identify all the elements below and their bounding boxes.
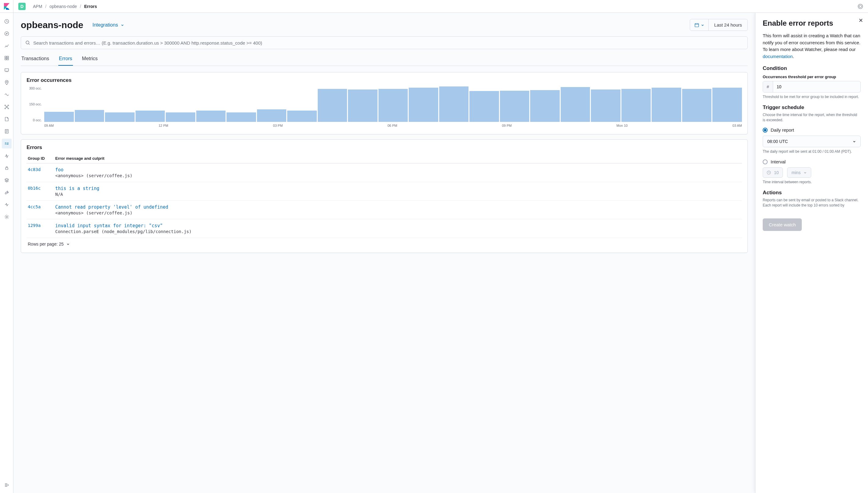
- trigger-heading: Trigger schedule: [763, 105, 861, 111]
- hash-prefix: #: [763, 81, 773, 92]
- documentation-link[interactable]: documentation: [763, 54, 793, 59]
- breadcrumb-app[interactable]: APM: [33, 4, 42, 9]
- chart-bar: [530, 90, 560, 122]
- svg-point-11: [5, 108, 5, 109]
- recent-icon[interactable]: [2, 17, 12, 26]
- error-message[interactable]: this is a string: [55, 186, 741, 191]
- table-row[interactable]: 1299ainvalid input syntax for integer: "…: [26, 219, 742, 238]
- discover-icon[interactable]: [2, 29, 12, 39]
- error-culprit: N/A: [55, 192, 741, 197]
- date-range-picker[interactable]: Last 24 hours: [690, 19, 748, 31]
- dashboard-icon[interactable]: [2, 53, 12, 63]
- help-icon[interactable]: [858, 4, 863, 9]
- occurrences-panel: Error occurrences 300 occ. 150 occ. 0 oc…: [21, 72, 748, 134]
- col-error-msg[interactable]: Error message and culprit: [55, 156, 741, 161]
- chart-bar: [621, 89, 651, 122]
- chart-bar: [409, 88, 438, 122]
- error-message[interactable]: invalid input syntax for integer: "csv": [55, 223, 741, 229]
- svg-rect-14: [5, 168, 8, 170]
- chart-bar: [166, 112, 195, 122]
- logs-icon[interactable]: [2, 114, 12, 124]
- chart-bar: [226, 112, 256, 122]
- uptime-icon[interactable]: [2, 151, 12, 161]
- group-id[interactable]: 4cc5a: [28, 205, 55, 209]
- search-input[interactable]: [33, 40, 743, 45]
- stack-icon[interactable]: [2, 175, 12, 185]
- ml-icon[interactable]: [2, 90, 12, 100]
- group-id[interactable]: 4c83d: [28, 167, 55, 172]
- rows-per-page[interactable]: Rows per page: 25: [26, 238, 742, 248]
- svg-rect-2: [5, 56, 6, 58]
- group-id[interactable]: 0b16c: [28, 186, 55, 191]
- date-range-label[interactable]: Last 24 hours: [709, 19, 748, 30]
- breadcrumb-service[interactable]: opbeans-node: [49, 4, 77, 9]
- group-id[interactable]: 1299a: [28, 223, 55, 228]
- canvas-icon[interactable]: [2, 65, 12, 75]
- chart-bar: [318, 89, 347, 122]
- error-culprit: <anonymous> (server/coffee.js): [55, 173, 741, 178]
- integrations-dropdown[interactable]: Integrations: [92, 22, 124, 28]
- threshold-input[interactable]: [773, 81, 860, 92]
- infrastructure-icon[interactable]: [2, 102, 12, 112]
- breadcrumb-page: Errors: [84, 4, 97, 9]
- space-selector[interactable]: D: [18, 3, 26, 10]
- kibana-logo[interactable]: [0, 0, 14, 13]
- tab-errors[interactable]: Errors: [58, 53, 73, 66]
- chevron-down-icon: [66, 242, 70, 246]
- radio-interval[interactable]: [763, 159, 768, 164]
- daily-radio-row[interactable]: Daily report: [763, 127, 861, 133]
- trigger-help: Choose the time interval for the report,…: [763, 112, 861, 123]
- errors-title: Errors: [26, 145, 742, 151]
- chart-bar: [287, 111, 317, 122]
- actions-help: Reports can be sent by email or posted t…: [763, 198, 861, 208]
- chart-bar: [75, 110, 105, 122]
- error-culprit: <anonymous> (server/coffee.js): [55, 211, 741, 215]
- chevron-down-icon: [701, 23, 704, 26]
- daily-time-select[interactable]: 08:00 UTC: [763, 136, 861, 147]
- chart-bar: [712, 88, 742, 122]
- visualize-icon[interactable]: [2, 41, 12, 51]
- svg-point-16: [858, 4, 863, 8]
- tab-transactions[interactable]: Transactions: [21, 53, 50, 66]
- close-icon[interactable]: ✕: [859, 17, 863, 24]
- threshold-label: Occurrences threshold per error group: [763, 74, 861, 79]
- calendar-button[interactable]: [690, 19, 709, 30]
- error-message[interactable]: Cannot read property 'level' of undefine…: [55, 205, 741, 210]
- dev-tools-icon[interactable]: [2, 188, 12, 197]
- tab-metrics[interactable]: Metrics: [82, 53, 98, 66]
- table-row[interactable]: 4cc5aCannot read property 'level' of und…: [26, 201, 742, 219]
- daily-label: Daily report: [771, 127, 794, 133]
- threshold-help: Threshold to be met for error group to b…: [763, 94, 861, 100]
- calendar-icon: [694, 23, 699, 27]
- chevron-down-icon: [804, 171, 807, 174]
- table-row[interactable]: 0b16cthis is a stringN/A: [26, 182, 742, 201]
- chart-bar: [561, 87, 590, 122]
- col-group-id[interactable]: Group ID: [28, 156, 55, 161]
- chart-bar: [652, 88, 681, 122]
- chart-bar: [136, 111, 165, 122]
- monitoring-icon[interactable]: [2, 200, 12, 210]
- error-message[interactable]: foo: [55, 167, 741, 173]
- management-icon[interactable]: [2, 212, 12, 222]
- chevron-down-icon: [852, 140, 856, 143]
- siem-icon[interactable]: [2, 163, 12, 173]
- notes-icon[interactable]: [2, 126, 12, 136]
- table-header: Group ID Error message and culprit: [26, 154, 742, 164]
- create-watch-button[interactable]: Create watch: [763, 218, 802, 231]
- interval-unit-select: mins: [787, 167, 812, 178]
- interval-help: Time interval between reports.: [763, 179, 861, 185]
- actions-heading: Actions: [763, 190, 861, 196]
- chevron-down-icon: [120, 23, 124, 27]
- svg-point-17: [859, 5, 862, 8]
- maps-icon[interactable]: [2, 78, 12, 87]
- svg-point-1: [5, 32, 8, 36]
- search-bar[interactable]: [21, 36, 748, 49]
- table-row[interactable]: 4c83dfoo<anonymous> (server/coffee.js): [26, 164, 742, 182]
- expand-nav-icon[interactable]: [2, 480, 12, 490]
- interval-value-input: 10: [763, 167, 783, 178]
- radio-daily[interactable]: [763, 128, 768, 133]
- interval-radio-row[interactable]: Interval: [763, 159, 861, 164]
- threshold-input-group: #: [763, 81, 861, 92]
- chart-bar: [439, 86, 469, 122]
- apm-icon[interactable]: [2, 139, 12, 148]
